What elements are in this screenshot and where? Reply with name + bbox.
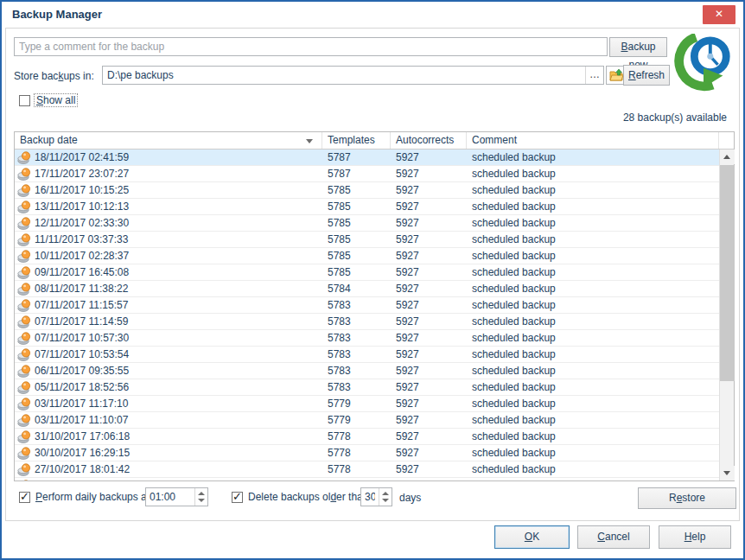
scroll-down-icon xyxy=(723,471,730,475)
ok-button[interactable]: OK xyxy=(494,525,570,549)
table-row[interactable]: 07/11/2017 11:15:57 5783 5927 scheduled … xyxy=(15,297,719,314)
cancel-button[interactable]: Cancel xyxy=(577,525,650,549)
folder-open-icon xyxy=(609,69,624,82)
cell-backup-date: 07/11/2017 10:53:54 xyxy=(15,348,322,361)
cell-backup-date: 03/11/2017 11:10:07 xyxy=(15,414,322,427)
backup-item-icon xyxy=(17,168,31,181)
cell-comment: scheduled backup xyxy=(467,299,719,311)
table-row[interactable]: 16/11/2017 10:15:25 5785 5927 scheduled … xyxy=(15,182,719,199)
backup-item-icon xyxy=(17,217,31,230)
table-row[interactable] xyxy=(15,478,719,480)
checkbox-checked-icon xyxy=(232,492,243,503)
cell-comment: scheduled backup xyxy=(467,348,719,360)
backup-item-icon xyxy=(17,430,31,443)
days-label: days xyxy=(399,492,421,504)
titlebar: Backup Manager ✕ xyxy=(2,2,743,28)
backup-item-icon xyxy=(17,463,31,476)
table-row[interactable]: 10/11/2017 02:28:37 5785 5927 scheduled … xyxy=(15,248,719,264)
cell-templates: 5785 xyxy=(322,200,391,213)
daily-time-input[interactable] xyxy=(146,488,194,506)
delete-old-backups-checkbox[interactable]: Delete backups older than: xyxy=(232,491,372,503)
cell-backup-date: 16/11/2017 10:15:25 xyxy=(15,184,322,197)
column-header-autocorrects[interactable]: Autocorrects xyxy=(391,132,467,149)
close-button[interactable]: ✕ xyxy=(703,5,735,24)
cell-backup-date: 18/11/2017 02:41:59 xyxy=(15,151,322,164)
scroll-up-button[interactable] xyxy=(720,150,735,164)
cell-comment: scheduled backup xyxy=(467,463,719,475)
delete-old-backups-label: Delete backups older than: xyxy=(248,491,372,503)
store-path-field: … xyxy=(102,66,604,85)
cell-backup-date: 17/11/2017 23:07:27 xyxy=(15,168,322,181)
backup-count-label: 28 backup(s) available xyxy=(623,111,727,124)
table-row[interactable]: 11/11/2017 03:37:33 5785 5927 scheduled … xyxy=(15,232,719,248)
table-row[interactable]: 12/11/2017 02:33:30 5785 5927 scheduled … xyxy=(15,215,719,232)
cell-autocorrects: 5927 xyxy=(391,250,467,262)
table-row[interactable]: 06/11/2017 09:35:55 5783 5927 scheduled … xyxy=(15,363,719,379)
backup-item-icon xyxy=(17,447,31,460)
store-backups-label: Store backups in: xyxy=(14,70,94,82)
vertical-scrollbar[interactable] xyxy=(719,150,734,480)
delete-days-input[interactable] xyxy=(361,488,379,506)
table-row[interactable]: 09/11/2017 16:45:08 5785 5927 scheduled … xyxy=(15,264,719,281)
cell-comment: scheduled backup xyxy=(467,250,719,262)
cell-templates: 5778 xyxy=(322,447,391,459)
column-header-comment[interactable]: Comment xyxy=(467,132,719,149)
cell-autocorrects: 5927 xyxy=(391,151,467,163)
days-spinner-buttons[interactable] xyxy=(379,488,392,506)
cell-backup-date: 07/11/2017 11:15:57 xyxy=(15,299,322,312)
cell-autocorrects: 5927 xyxy=(391,168,467,180)
table-row[interactable]: 30/10/2017 16:29:15 5778 5927 scheduled … xyxy=(15,445,719,461)
table-row[interactable]: 07/11/2017 10:57:30 5783 5927 scheduled … xyxy=(15,330,719,347)
scroll-down-button[interactable] xyxy=(720,466,735,480)
column-header-templates[interactable]: Templates xyxy=(322,132,391,149)
cell-backup-date: 07/11/2017 11:14:59 xyxy=(15,315,322,328)
cell-comment: scheduled backup xyxy=(467,365,719,377)
restore-button[interactable]: Restore xyxy=(638,487,736,509)
cell-templates: 5785 xyxy=(322,233,391,245)
time-spinner-buttons[interactable] xyxy=(194,488,207,506)
cell-comment: scheduled backup xyxy=(467,283,719,295)
cell-autocorrects: 5927 xyxy=(391,233,467,245)
table-row[interactable]: 08/11/2017 11:38:22 5784 5927 scheduled … xyxy=(15,281,719,297)
table-row[interactable]: 17/11/2017 23:07:27 5787 5927 scheduled … xyxy=(15,166,719,182)
table-row[interactable]: 27/10/2017 18:01:42 5778 5927 scheduled … xyxy=(15,461,719,478)
backup-item-icon xyxy=(17,315,31,328)
comment-input[interactable] xyxy=(14,37,608,56)
cell-autocorrects: 5927 xyxy=(391,463,467,475)
backup-now-button[interactable]: Backup now xyxy=(609,37,667,57)
cell-autocorrects: 5927 xyxy=(391,217,467,229)
table-row[interactable]: 07/11/2017 10:53:54 5783 5927 scheduled … xyxy=(15,347,719,363)
table-row[interactable]: 13/11/2017 10:12:13 5785 5927 scheduled … xyxy=(15,199,719,215)
show-all-checkbox[interactable]: Show all xyxy=(19,94,77,106)
browse-ellipsis-button[interactable]: … xyxy=(585,67,603,84)
checkbox-checked-icon xyxy=(19,492,30,503)
column-header-stub xyxy=(719,132,734,149)
backup-item-icon xyxy=(17,480,31,481)
cell-backup-date: 09/11/2017 16:45:08 xyxy=(15,266,322,279)
table-row[interactable]: 18/11/2017 02:41:59 5787 5927 scheduled … xyxy=(15,150,719,166)
cell-backup-date: 07/11/2017 10:57:30 xyxy=(15,332,322,345)
delete-days-stepper xyxy=(360,487,392,506)
table-row[interactable]: 03/11/2017 11:10:07 5779 5927 scheduled … xyxy=(15,412,719,429)
table-row[interactable]: 05/11/2017 18:52:56 5783 5927 scheduled … xyxy=(15,379,719,396)
cell-backup-date: 03/11/2017 11:17:10 xyxy=(15,398,322,410)
table-header: Backup date Templates Autocorrects Comme… xyxy=(15,132,734,150)
cell-templates: 5778 xyxy=(322,430,391,442)
table-row[interactable]: 03/11/2017 11:17:10 5779 5927 scheduled … xyxy=(15,396,719,412)
scrollbar-thumb[interactable] xyxy=(720,165,735,381)
daily-backup-checkbox[interactable]: Perform daily backups at xyxy=(19,491,150,503)
table-row[interactable]: 07/11/2017 11:14:59 5783 5927 scheduled … xyxy=(15,314,719,330)
column-header-backup-date[interactable]: Backup date xyxy=(15,132,322,149)
backup-item-icon xyxy=(17,414,31,427)
store-path-input[interactable] xyxy=(103,67,585,84)
cell-autocorrects: 5927 xyxy=(391,348,467,360)
table-row[interactable]: 31/10/2017 17:06:18 5778 5927 scheduled … xyxy=(15,429,719,445)
cell-comment: scheduled backup xyxy=(467,266,719,278)
help-button[interactable]: Help xyxy=(659,525,731,549)
refresh-button[interactable]: Refresh xyxy=(623,65,670,86)
cell-backup-date xyxy=(15,480,322,481)
cell-autocorrects: 5927 xyxy=(391,283,467,295)
cell-backup-date: 12/11/2017 02:33:30 xyxy=(15,217,322,230)
cell-autocorrects: 5927 xyxy=(391,200,467,213)
cell-templates: 5783 xyxy=(322,299,391,311)
